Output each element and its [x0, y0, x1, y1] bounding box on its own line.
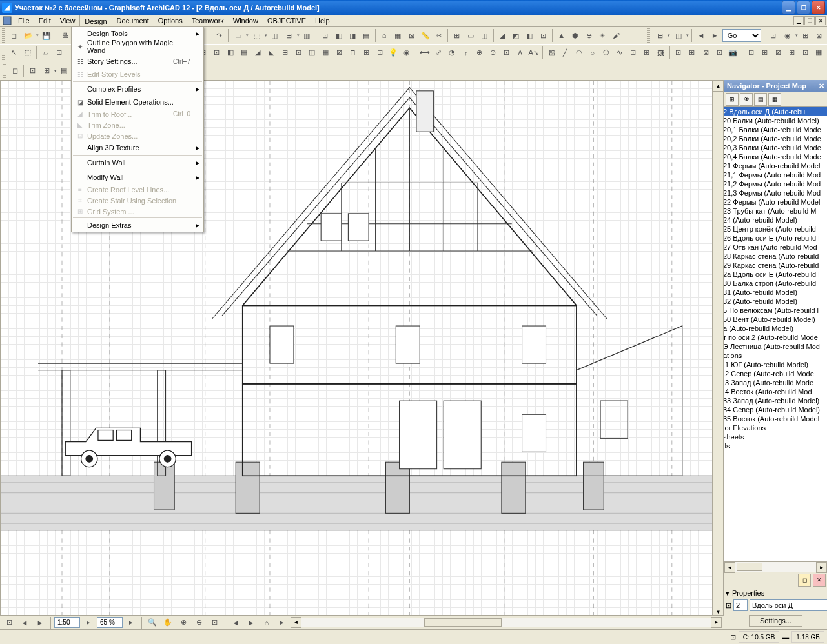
tree-item[interactable]: 31 (Auto-rebuild Model) [724, 288, 827, 297]
tree-item[interactable]: ,2 Север (Auto-rebuild Mode [724, 369, 827, 378]
image-icon[interactable]: 🖼 [655, 46, 667, 60]
tool-icon[interactable]: ⊞ [786, 46, 798, 60]
tool-icon[interactable]: ▤ [360, 28, 372, 43]
tool-icon[interactable]: ⊞ [640, 46, 653, 60]
tree-item[interactable]: ,1 ЮГ (Auto-rebuild Model) [724, 360, 827, 369]
tool-icon[interactable]: ⊞ [799, 28, 812, 43]
forward-icon[interactable]: ► [709, 28, 721, 43]
arc-icon[interactable]: ◠ [573, 46, 585, 60]
tree-item[interactable]: Э Лестница (Auto-rebuild Mod [724, 342, 827, 351]
tool-icon[interactable]: ⊡ [672, 46, 684, 60]
tree-item[interactable]: 20,3 Балки (Auto-rebuild Mode [724, 143, 827, 152]
tool-icon[interactable]: ◄ [17, 616, 32, 630]
tree-item[interactable]: 21 Фермы (Auto-rebuild Model [724, 161, 827, 170]
tool-icon[interactable]: ⊞ [686, 46, 698, 60]
tree-item[interactable]: 32 (Auto-rebuild Model) [724, 297, 827, 306]
tree-item[interactable]: 34 Север (Auto-rebuild Model) [724, 405, 827, 414]
nav-project-icon[interactable]: ⊞ [726, 93, 739, 106]
paint-icon[interactable]: 🖌 [610, 28, 622, 43]
tool-icon[interactable]: ◉ [781, 28, 795, 43]
tool-icon[interactable]: ◔ [446, 46, 458, 60]
sun-icon[interactable]: ☀ [597, 28, 609, 43]
dd-design-tools[interactable]: Design Tools▶ [72, 27, 203, 40]
tool-icon[interactable]: ◧ [224, 46, 236, 60]
tree-item[interactable]: ils [724, 441, 827, 450]
tool-icon[interactable]: ⬚ [250, 28, 264, 43]
tool-icon[interactable]: ⊕ [473, 46, 485, 60]
tool-icon[interactable]: ⊡ [537, 28, 549, 43]
zoom-out-icon[interactable]: ⊖ [192, 616, 206, 630]
tool-icon[interactable]: ◪ [496, 28, 509, 43]
tree-item[interactable]: 21,1 Фермы (Auto-rebuild Mod [724, 170, 827, 179]
tool-icon[interactable]: ⊠ [333, 46, 345, 60]
tree-item[interactable]: sheets [724, 432, 827, 441]
home-icon[interactable]: ⌂ [260, 616, 274, 630]
dd-solid-element[interactable]: ◪Solid Element Operations... [72, 96, 203, 108]
tool-icon[interactable]: ◻ [8, 64, 22, 78]
caret-icon[interactable]: ▸ [81, 616, 96, 630]
tree-item[interactable]: 20 Балки (Auto-rebuild Model) [724, 116, 827, 125]
tree-item[interactable]: 26 Вдоль оси Е (Auto-rebuild l [724, 234, 827, 243]
tool-icon[interactable]: ⬢ [569, 28, 581, 43]
menu-document[interactable]: Document [112, 15, 154, 26]
menu-edit[interactable]: Edit [34, 15, 56, 26]
prop-number-field[interactable] [733, 599, 748, 611]
tree-item[interactable]: 21,3 Фермы (Auto-rebuild Mod [724, 188, 827, 197]
marquee-icon[interactable]: ⬚ [21, 46, 34, 60]
scroll-up-icon[interactable]: ▲ [713, 81, 724, 92]
tree-item[interactable]: 23 Трубы кат (Auto-rebuild M [724, 206, 827, 216]
menu-objective[interactable]: OBJECTiVE [263, 15, 311, 26]
settings-button[interactable]: Settings... [749, 615, 802, 627]
next-icon[interactable]: ► [244, 616, 258, 630]
tool-icon[interactable]: ⊡ [374, 46, 386, 60]
tool-icon[interactable]: ⊞ [451, 28, 463, 43]
tree-item[interactable]: 20,1 Балки (Auto-rebuild Mode [724, 125, 827, 134]
tree-item[interactable]: 2 Вдоль оси Д (Auto-rebu [724, 107, 827, 116]
back-icon[interactable]: ◄ [695, 28, 707, 43]
zoom-field[interactable]: 65 % [97, 617, 123, 628]
mdi-minimize[interactable]: ▁ [793, 16, 804, 25]
tree-item[interactable]: 27 Отв кан (Auto-rebuild Mod [724, 243, 827, 252]
tree-item[interactable]: 21,2 Фермы (Auto-rebuild Mod [724, 179, 827, 188]
tree-item[interactable]: 33 Запад (Auto-rebuild Model) [724, 396, 827, 405]
tool-icon[interactable]: ◉ [401, 46, 413, 60]
dim-icon[interactable]: ⟷ [419, 46, 431, 60]
menu-teamwork[interactable]: Teamwork [187, 15, 229, 26]
menu-design[interactable]: Design [79, 15, 112, 26]
fit-icon[interactable]: ⊡ [207, 616, 221, 630]
tool-icon[interactable]: ▭ [464, 28, 476, 43]
window-icon[interactable]: ⊞ [360, 46, 373, 60]
tree-item[interactable]: ior Elevations [724, 423, 827, 432]
tool-icon[interactable]: ⊡ [53, 46, 65, 60]
measure-icon[interactable]: 📏 [419, 28, 431, 43]
tool-icon[interactable]: ↕ [460, 46, 472, 60]
tree-item[interactable]: 29 Каркас стена (Auto-rebuild [724, 261, 827, 270]
tree-item[interactable]: 5 По велюксам (Auto-rebuild l [724, 306, 827, 315]
fill-icon[interactable]: ▨ [546, 46, 558, 60]
nav-view-icon[interactable]: 👁 [740, 93, 753, 106]
menu-options[interactable]: Options [154, 15, 187, 26]
doc-sys-icon[interactable] [2, 15, 12, 26]
toolbar-grip[interactable] [3, 64, 6, 78]
restore-button[interactable]: ❐ [797, 1, 810, 14]
dd-align-3d[interactable]: Align 3D Texture▶ [72, 141, 203, 154]
mdi-close[interactable]: ✕ [815, 16, 826, 25]
tree-item[interactable]: т по оси 2 (Auto-rebuild Mode [724, 333, 827, 342]
tool-icon[interactable]: ◧ [332, 28, 345, 43]
dd-modify-wall[interactable]: Modify Wall▶ [72, 171, 203, 184]
tool-icon[interactable]: ⊠ [772, 46, 784, 60]
toolbar-grip[interactable] [2, 46, 5, 60]
tool-icon[interactable]: ◩ [510, 28, 522, 43]
tool-icon[interactable]: ⊞ [759, 46, 771, 60]
tool-icon[interactable]: ⊞ [282, 28, 296, 43]
lamp-icon[interactable]: 💡 [387, 46, 400, 60]
tool-icon[interactable]: ⊡ [713, 46, 726, 60]
tool-icon[interactable]: ◫ [306, 46, 318, 60]
scale-field[interactable]: 1:50 [54, 617, 80, 628]
menu-view[interactable]: View [56, 15, 80, 26]
tool-icon[interactable]: ⊡ [319, 28, 331, 43]
tool-icon[interactable]: ⊡ [799, 46, 812, 60]
label-icon[interactable]: A↘ [527, 46, 540, 60]
camera-icon[interactable]: 📷 [727, 46, 739, 60]
tool-icon[interactable]: ⊞ [39, 64, 54, 78]
